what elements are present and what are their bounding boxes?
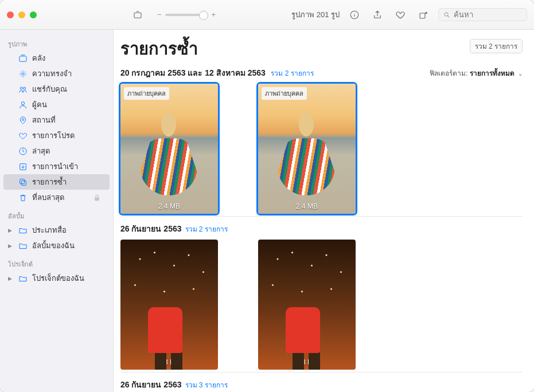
svg-point-8: [21, 101, 24, 104]
chevron-down-icon: ⌄: [518, 70, 523, 77]
sidebar-item-favorites[interactable]: รายการโปรด: [3, 128, 110, 143]
sidebar-item-people[interactable]: ผู้คน: [3, 97, 110, 112]
group-date: 20 กรกฎาคม 2563 และ 12 สิงหาคม 2563: [120, 68, 266, 77]
close-window-button[interactable]: [7, 11, 14, 18]
sidebar-item-label: โปรเจ็กต์ของฉัน: [32, 272, 84, 284]
group-date: 26 กันยายน 2563: [120, 222, 182, 235]
group-count-link[interactable]: รวม 2 รายการ: [185, 224, 228, 234]
portrait-badge: ภาพถ่ายบุคคล: [262, 87, 307, 100]
folder-icon: [18, 241, 28, 250]
svg-point-3: [445, 12, 448, 15]
filter-prefix: ฟิลเตอร์ตาม:: [430, 69, 467, 77]
search-input[interactable]: [454, 10, 522, 19]
svg-rect-14: [95, 197, 99, 201]
sidebar-section-header-photos: รูปภาพ: [0, 37, 113, 50]
sidebar-item-shared[interactable]: แชร์กับคุณ: [3, 81, 110, 97]
places-icon: [18, 116, 28, 125]
svg-point-5: [22, 73, 24, 75]
total-badge[interactable]: รวม 2 รายการ: [470, 39, 523, 53]
sidebar-item-label: ที่ลบล่าสุด: [32, 191, 64, 203]
svg-rect-12: [20, 179, 25, 183]
svg-rect-13: [21, 181, 26, 185]
chevron-right-icon[interactable]: ▶: [8, 243, 12, 249]
file-size: 2.4 MB: [296, 202, 318, 210]
sidebar-item-label: คลัง: [32, 52, 45, 64]
sidebar-item-my-projects[interactable]: ▶ โปรเจ็กต์ของฉัน: [3, 271, 110, 286]
svg-rect-2: [420, 13, 425, 18]
rotate-button[interactable]: [415, 7, 431, 23]
duplicates-icon: [18, 178, 28, 187]
aspect-button[interactable]: [130, 7, 146, 23]
photo-thumbnail[interactable]: ภาพถ่ายบุคคล 2.4 MB: [120, 84, 218, 214]
chevron-right-icon[interactable]: ▶: [8, 276, 12, 281]
portrait-badge: ภาพถ่ายบุคคล: [124, 87, 169, 100]
minimize-window-button[interactable]: [18, 11, 25, 18]
app-window: − + รูปภาพ 201 รูป รูปภาพ: [0, 0, 534, 392]
sidebar-section-header-albums: อัลบั้ม: [0, 209, 113, 222]
group-count-link[interactable]: รวม 2 รายการ: [271, 69, 313, 77]
svg-point-6: [20, 87, 22, 89]
search-field[interactable]: [438, 8, 527, 21]
share-button[interactable]: [369, 7, 385, 23]
sidebar-item-label: สถานที่: [32, 114, 56, 126]
photo-thumbnail[interactable]: 1.3 MB: [120, 240, 218, 370]
sidebar-item-memories[interactable]: ความทรงจำ: [3, 66, 110, 81]
window-controls: [7, 11, 37, 18]
people-icon: [18, 100, 28, 109]
zoom-track[interactable]: [165, 14, 208, 16]
trash-icon: [18, 193, 28, 202]
sidebar-item-label: ประเภทสื่อ: [32, 224, 67, 236]
sidebar-item-places[interactable]: สถานที่: [3, 112, 110, 128]
sidebar-item-import[interactable]: รายการนำเข้า: [3, 159, 110, 174]
zoom-window-button[interactable]: [30, 11, 37, 18]
sidebar-section-header-projects: โปรเจ็กต์: [0, 257, 113, 271]
file-size: 1.3 MB: [158, 358, 180, 366]
sidebar-item-label: ผู้คน: [32, 99, 47, 111]
sidebar-item-label: รายการซ้ำ: [32, 176, 67, 188]
photo-thumbnail[interactable]: ภาพถ่ายบุคคล 2.4 MB: [258, 84, 356, 214]
sidebar-item-label: อัลบั้มของฉัน: [32, 240, 75, 252]
sidebar-item-recent[interactable]: ล่าสุด: [3, 143, 110, 159]
photo-count: รูปภาพ 201 รูป: [291, 9, 340, 21]
group-date: 26 กันยายน 2563: [120, 378, 182, 391]
sidebar: รูปภาพ คลัง ความทรงจำ แชร์กับคุณ ผู้คน: [0, 30, 114, 392]
shared-icon: [18, 85, 28, 94]
titlebar: − + รูปภาพ 201 รูป: [0, 0, 534, 30]
group-count-link[interactable]: รวม 3 รายการ: [185, 379, 228, 390]
library-icon: [18, 54, 28, 63]
chevron-right-icon[interactable]: ▶: [8, 228, 12, 233]
svg-rect-0: [134, 13, 141, 18]
zoom-out-label: −: [157, 10, 162, 19]
file-size: 1.3 MB: [296, 358, 318, 366]
zoom-in-label: +: [212, 10, 216, 19]
sidebar-item-label: ล่าสุด: [32, 145, 50, 157]
zoom-slider[interactable]: − +: [157, 10, 216, 19]
heart-icon: [18, 131, 28, 140]
svg-rect-4: [20, 56, 26, 61]
sidebar-item-recently-deleted[interactable]: ที่ลบล่าสุด: [3, 190, 110, 205]
svg-point-9: [22, 119, 24, 120]
photo-thumbnail[interactable]: 1.3 MB: [258, 240, 356, 370]
filter-dropdown[interactable]: ฟิลเตอร์ตาม: รายการทั้งหมด ⌄: [430, 68, 523, 79]
lock-icon: [92, 193, 102, 202]
page-title: รายการซ้ำ: [120, 36, 198, 62]
folder-icon: [18, 226, 28, 235]
favorite-button[interactable]: [392, 7, 408, 23]
memories-icon: [18, 69, 28, 79]
sidebar-item-label: รายการโปรด: [32, 130, 75, 142]
import-icon: [18, 162, 28, 171]
sidebar-item-duplicates[interactable]: รายการซ้ำ: [3, 174, 110, 190]
sidebar-item-media-types[interactable]: ▶ ประเภทสื่อ: [3, 222, 110, 238]
file-size: 2.4 MB: [158, 202, 180, 210]
svg-point-7: [24, 87, 26, 89]
sidebar-item-label: รายการนำเข้า: [32, 160, 78, 173]
info-button[interactable]: [346, 7, 363, 23]
search-icon: [443, 11, 450, 19]
main-content: รายการซ้ำ รวม 2 รายการ 20 กรกฎาคม 2563 แ…: [114, 30, 534, 392]
sidebar-item-library[interactable]: คลัง: [3, 50, 110, 66]
sidebar-item-label: ความทรงจำ: [32, 68, 72, 80]
clock-icon: [18, 147, 28, 156]
sidebar-item-label: แชร์กับคุณ: [32, 83, 67, 95]
folder-icon: [18, 274, 28, 283]
sidebar-item-my-albums[interactable]: ▶ อัลบั้มของฉัน: [3, 238, 110, 253]
